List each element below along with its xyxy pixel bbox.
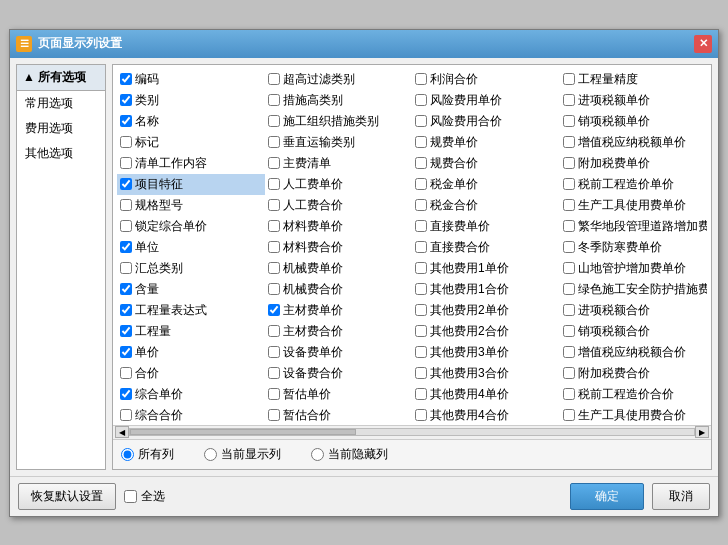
checkbox-input-27[interactable] <box>563 199 575 211</box>
checkbox-input-21[interactable] <box>268 178 280 190</box>
checkbox-input-3[interactable] <box>563 73 575 85</box>
checkbox-input-25[interactable] <box>268 199 280 211</box>
checkbox-input-67[interactable] <box>563 409 575 421</box>
checkbox-input-66[interactable] <box>415 409 427 421</box>
checkbox-input-19[interactable] <box>563 157 575 169</box>
checkbox-input-43[interactable] <box>563 283 575 295</box>
checkbox-input-56[interactable] <box>120 367 132 379</box>
confirm-button[interactable]: 确定 <box>570 483 644 510</box>
radio-hidden[interactable]: 当前隐藏列 <box>311 446 388 463</box>
scroll-left[interactable]: ◀ <box>115 426 129 438</box>
sidebar-item-cost[interactable]: 费用选项 <box>17 116 105 141</box>
checkbox-input-23[interactable] <box>563 178 575 190</box>
checkbox-input-65[interactable] <box>268 409 280 421</box>
checkbox-input-44[interactable] <box>120 304 132 316</box>
close-button[interactable]: ✕ <box>694 35 712 53</box>
checkbox-label-49: 主材费合价 <box>283 323 343 340</box>
checkbox-input-34[interactable] <box>415 241 427 253</box>
select-all-checkbox[interactable] <box>124 490 137 503</box>
checkbox-input-36[interactable] <box>120 262 132 274</box>
scroll-right[interactable]: ▶ <box>695 426 709 438</box>
checkbox-input-49[interactable] <box>268 325 280 337</box>
sidebar-item-other[interactable]: 其他选项 <box>17 141 105 166</box>
checkbox-input-61[interactable] <box>268 388 280 400</box>
checkbox-label-29: 材料费单价 <box>283 218 343 235</box>
checkbox-input-15[interactable] <box>563 136 575 148</box>
checkbox-input-38[interactable] <box>415 262 427 274</box>
checkbox-input-57[interactable] <box>268 367 280 379</box>
radio-all-label: 所有列 <box>138 446 174 463</box>
checkbox-item: 绿色施工安全防护措施费单价 <box>560 279 708 300</box>
checkbox-input-59[interactable] <box>563 367 575 379</box>
checkbox-input-20[interactable] <box>120 178 132 190</box>
checkbox-label-42: 其他费用1合价 <box>430 281 509 298</box>
radio-all[interactable]: 所有列 <box>121 446 174 463</box>
checkbox-input-6[interactable] <box>415 94 427 106</box>
checkbox-input-8[interactable] <box>120 115 132 127</box>
right-panel: 编码超高过滤类别利润合价工程量精度类别措施高类别风险费用单价进项税额单价名称施工… <box>112 64 712 470</box>
checkbox-input-64[interactable] <box>120 409 132 421</box>
checkbox-input-4[interactable] <box>120 94 132 106</box>
checkbox-input-40[interactable] <box>120 283 132 295</box>
checkbox-input-55[interactable] <box>563 346 575 358</box>
checkbox-input-18[interactable] <box>415 157 427 169</box>
checkbox-input-63[interactable] <box>563 388 575 400</box>
checkbox-input-33[interactable] <box>268 241 280 253</box>
checkbox-input-1[interactable] <box>268 73 280 85</box>
checkbox-input-35[interactable] <box>563 241 575 253</box>
checkbox-input-47[interactable] <box>563 304 575 316</box>
checkbox-input-41[interactable] <box>268 283 280 295</box>
checkbox-input-2[interactable] <box>415 73 427 85</box>
checkbox-input-28[interactable] <box>120 220 132 232</box>
checkbox-input-48[interactable] <box>120 325 132 337</box>
checkbox-input-58[interactable] <box>415 367 427 379</box>
checkbox-label-10: 风险费用合价 <box>430 113 502 130</box>
checkbox-label-35: 冬季防寒费单价 <box>578 239 662 256</box>
checkbox-label-39: 山地管护增加费单价 <box>578 260 686 277</box>
select-all-label[interactable]: 全选 <box>124 488 165 505</box>
checkbox-input-53[interactable] <box>268 346 280 358</box>
checkbox-input-31[interactable] <box>563 220 575 232</box>
checkbox-input-10[interactable] <box>415 115 427 127</box>
checkbox-input-16[interactable] <box>120 157 132 169</box>
checkbox-input-51[interactable] <box>563 325 575 337</box>
scroll-thumb[interactable] <box>130 429 356 435</box>
checkbox-item: 其他费用2单价 <box>412 300 560 321</box>
checkbox-input-5[interactable] <box>268 94 280 106</box>
checkbox-input-24[interactable] <box>120 199 132 211</box>
checkbox-input-14[interactable] <box>415 136 427 148</box>
restore-defaults-button[interactable]: 恢复默认设置 <box>18 483 116 510</box>
checkbox-input-13[interactable] <box>268 136 280 148</box>
checkbox-input-11[interactable] <box>563 115 575 127</box>
checkbox-input-54[interactable] <box>415 346 427 358</box>
radio-shown[interactable]: 当前显示列 <box>204 446 281 463</box>
sidebar-item-common[interactable]: 常用选项 <box>17 91 105 116</box>
cancel-button[interactable]: 取消 <box>652 483 710 510</box>
checkbox-input-30[interactable] <box>415 220 427 232</box>
checkbox-input-45[interactable] <box>268 304 280 316</box>
checkbox-input-7[interactable] <box>563 94 575 106</box>
checkbox-input-42[interactable] <box>415 283 427 295</box>
checkbox-label-62: 其他费用4单价 <box>430 386 509 403</box>
checkbox-input-0[interactable] <box>120 73 132 85</box>
checkbox-input-60[interactable] <box>120 388 132 400</box>
checkbox-input-37[interactable] <box>268 262 280 274</box>
checkbox-item: 繁华地段管理道路增加费单价 <box>560 216 708 237</box>
checkbox-label-40: 含量 <box>135 281 159 298</box>
checkbox-input-22[interactable] <box>415 178 427 190</box>
checkbox-input-17[interactable] <box>268 157 280 169</box>
checkbox-input-9[interactable] <box>268 115 280 127</box>
checkbox-label-27: 生产工具使用费单价 <box>578 197 686 214</box>
checkbox-input-26[interactable] <box>415 199 427 211</box>
checkbox-item: 人工费单价 <box>265 174 413 195</box>
checkbox-input-39[interactable] <box>563 262 575 274</box>
checkbox-input-50[interactable] <box>415 325 427 337</box>
checkbox-label-51: 销项税额合价 <box>578 323 650 340</box>
checkbox-input-46[interactable] <box>415 304 427 316</box>
checkbox-input-52[interactable] <box>120 346 132 358</box>
checkbox-input-32[interactable] <box>120 241 132 253</box>
title-bar: ☰ 页面显示列设置 ✕ <box>10 30 718 58</box>
checkbox-input-12[interactable] <box>120 136 132 148</box>
checkbox-input-29[interactable] <box>268 220 280 232</box>
checkbox-input-62[interactable] <box>415 388 427 400</box>
